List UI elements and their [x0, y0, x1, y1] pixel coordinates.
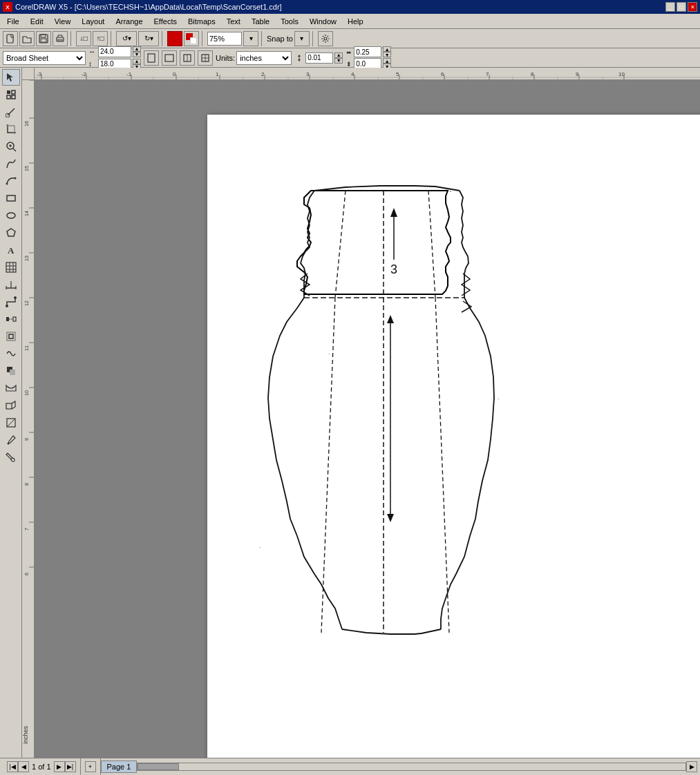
offset-x-input[interactable] — [354, 46, 381, 57]
snap-dropdown[interactable]: ▾ — [294, 31, 310, 46]
prev-page-btn[interactable]: ◀ — [18, 761, 29, 772]
smear-tool[interactable] — [2, 104, 20, 120]
svg-rect-97 — [22, 80, 35, 758]
open-btn[interactable] — [19, 31, 35, 46]
undo-btn[interactable]: ↺▾ — [116, 31, 137, 46]
svg-line-124 — [335, 191, 346, 298]
menu-bitmaps[interactable]: Bitmaps — [182, 16, 221, 27]
rectangle-tool[interactable] — [2, 190, 20, 207]
horizontal-scrollbar[interactable] — [137, 758, 686, 775]
drawing-svg: 3 · · · — [207, 115, 700, 758]
svg-point-26 — [14, 178, 16, 180]
nudge-down[interactable]: ▼ — [334, 58, 343, 64]
color1-btn[interactable] — [167, 31, 182, 46]
import-btn[interactable]: ↓□ — [76, 31, 91, 46]
pick-tool[interactable] — [2, 69, 20, 86]
menu-edit[interactable]: Edit — [25, 16, 49, 27]
page-nav-section: |◀ ◀ 1 of 1 ▶ ▶| — [3, 758, 81, 775]
connector-tool[interactable] — [2, 294, 20, 310]
svg-rect-16 — [7, 90, 10, 94]
nudge-input[interactable] — [305, 52, 333, 64]
nudge-up[interactable]: ▲ — [334, 52, 343, 58]
svg-rect-48 — [10, 370, 15, 375]
menu-table[interactable]: Table — [246, 16, 275, 27]
menu-text[interactable]: Text — [221, 16, 246, 27]
menu-layout[interactable]: Layout — [76, 16, 110, 27]
extrude-tool[interactable] — [2, 397, 20, 414]
svg-point-28 — [7, 213, 15, 218]
zoom-dropdown[interactable]: ▾ — [243, 31, 258, 46]
menu-effects[interactable]: Effects — [149, 16, 182, 27]
zoom-tool[interactable] — [2, 138, 20, 155]
maximize-btn[interactable]: □ — [677, 2, 686, 12]
add-page-btn[interactable]: + — [85, 761, 96, 772]
transparency-tool[interactable] — [2, 414, 20, 431]
width-icon: ↔ — [88, 48, 97, 55]
menu-file[interactable]: File — [1, 16, 25, 27]
text-tool[interactable]: A — [2, 242, 20, 258]
svg-text:A: A — [8, 245, 15, 256]
blend-tool[interactable] — [2, 311, 20, 327]
landscape-btn[interactable] — [162, 50, 177, 66]
skirt-lower — [268, 298, 494, 634]
canvas-area[interactable]: -3 -2 -1 0 1 2 3 4 5 6 7 8 9 10 — [22, 68, 700, 758]
offset-x-up[interactable]: ▲ — [383, 46, 391, 52]
dimension-tool[interactable] — [2, 276, 20, 293]
width-down[interactable]: ▼ — [133, 52, 141, 57]
page-selector[interactable]: Broad Sheet — [3, 51, 86, 65]
crop-tool[interactable] — [2, 121, 20, 137]
distort-tool[interactable] — [2, 345, 20, 362]
svg-text:6: 6 — [24, 573, 29, 575]
ellipse-tool[interactable] — [2, 207, 20, 224]
svg-text:2: 2 — [261, 71, 265, 77]
close-btn[interactable]: ✕ — [688, 2, 697, 12]
options-btn[interactable] — [318, 31, 333, 46]
scroll-right-btn[interactable]: ▶ — [686, 761, 697, 772]
last-page-btn[interactable]: ▶| — [65, 761, 76, 772]
shadow-tool[interactable] — [2, 363, 20, 379]
contour-tool[interactable] — [2, 328, 20, 345]
new-btn[interactable] — [3, 31, 18, 46]
save-btn[interactable] — [36, 31, 51, 46]
width-input[interactable] — [98, 46, 131, 57]
double-arrow-skirt — [387, 315, 394, 522]
smart-draw-tool[interactable] — [2, 173, 20, 189]
redo-btn[interactable]: ↻▾ — [138, 31, 159, 46]
page-shape2-btn[interactable] — [198, 50, 213, 66]
color2-btn[interactable] — [184, 31, 199, 46]
menu-arrange[interactable]: Arrange — [110, 16, 148, 27]
units-select[interactable]: inches mm cm points pixels — [236, 51, 292, 65]
first-page-btn[interactable]: |◀ — [7, 761, 18, 772]
page-shape1-btn[interactable] — [180, 50, 195, 66]
menu-help[interactable]: Help — [342, 16, 369, 27]
main-area: A — [0, 68, 700, 758]
fill-tool[interactable] — [2, 449, 20, 466]
menu-window[interactable]: Window — [304, 16, 342, 27]
page-tab[interactable]: Page 1 — [101, 760, 138, 773]
svg-line-127 — [435, 298, 449, 633]
canvas-content[interactable]: 3 · · · — [35, 80, 700, 758]
svg-text:3: 3 — [390, 262, 397, 276]
eyedropper-tool[interactable] — [2, 432, 20, 448]
zoom-input[interactable] — [207, 32, 242, 46]
height-up[interactable]: ▲ — [133, 59, 141, 64]
menu-view[interactable]: View — [49, 16, 77, 27]
svg-text:·: · — [498, 395, 500, 403]
export-btn[interactable]: ↑□ — [93, 31, 108, 46]
menu-tools[interactable]: Tools — [275, 16, 304, 27]
portrait-btn[interactable] — [144, 50, 159, 66]
next-page-btn[interactable]: ▶ — [54, 761, 65, 772]
polygon-tool[interactable] — [2, 224, 20, 241]
width-up[interactable]: ▲ — [133, 46, 141, 52]
svg-rect-43 — [13, 317, 16, 321]
svg-text:11: 11 — [24, 345, 29, 351]
freehand-tool[interactable] — [2, 155, 20, 172]
print-btn[interactable] — [53, 31, 68, 46]
offset-y-up[interactable]: ▲ — [383, 58, 391, 64]
svg-rect-8 — [165, 55, 173, 61]
minimize-btn[interactable]: _ — [665, 2, 675, 12]
offset-x-down[interactable]: ▼ — [383, 52, 391, 57]
envelope-tool[interactable] — [2, 380, 20, 396]
shape-tool[interactable] — [2, 86, 20, 103]
table-tool[interactable] — [2, 259, 20, 276]
